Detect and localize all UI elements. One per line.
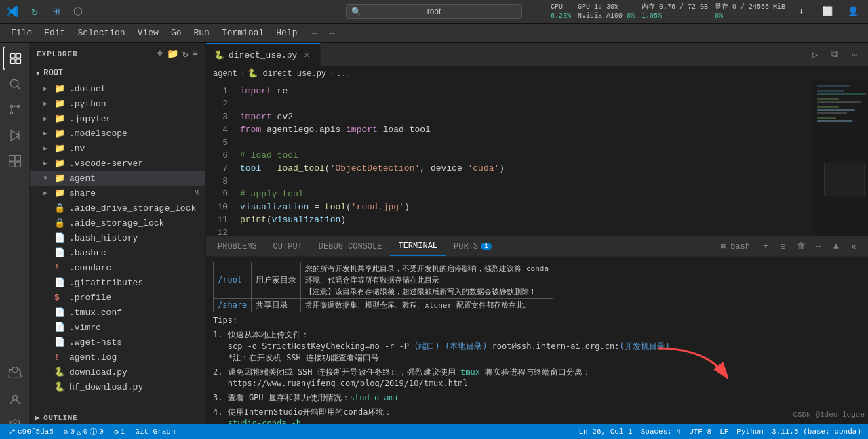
tree-item-agent[interactable]: ▼ 📁 agent <box>30 171 205 186</box>
status-spaces[interactable]: Spaces: 4 <box>641 427 681 436</box>
status-errors[interactable]: ⊘ 0 △ 0 ⓘ 0 <box>64 427 104 437</box>
language-label: Python <box>736 427 764 436</box>
menu-terminal[interactable]: Terminal <box>216 26 269 40</box>
gpu-pct: 0% <box>627 12 635 20</box>
maximize-button[interactable]: ⬜ <box>818 2 837 21</box>
nav-forward-button[interactable]: → <box>325 26 340 41</box>
tree-item-vimrc[interactable]: ▶ 📄 .vimrc <box>30 320 205 335</box>
bc-agent[interactable]: agent <box>213 69 237 79</box>
tree-item-nv[interactable]: ▶ 📁 .nv <box>30 141 205 156</box>
tree-item-tmux[interactable]: ▶ 📄 .tmux.conf <box>30 305 205 320</box>
menu-file[interactable]: File <box>5 26 37 40</box>
tree-item-agent-log[interactable]: ▶ ! agent.log <box>30 350 205 364</box>
actbar-extensions[interactable] <box>3 149 27 173</box>
tree-item-condarc[interactable]: ▶ ! .condarc <box>30 260 205 275</box>
bashrc-label: .bashrc <box>69 248 199 258</box>
nav-arrows: ← → <box>308 26 340 41</box>
titlebar-left: ↻ ⊞ ⬡ <box>5 4 85 19</box>
new-file-icon[interactable]: + <box>157 48 163 60</box>
menu-help[interactable]: Help <box>271 26 302 40</box>
terminal-panel: PROBLEMS OUTPUT DEBUG CONSOLE TERMINAL P… <box>206 236 868 439</box>
tab-direct-use-py[interactable]: 🐍 direct_use.py ✕ <box>206 43 321 66</box>
status-git-graph[interactable]: Git Graph <box>135 427 175 436</box>
minimize-button[interactable]: ⬇ <box>792 2 811 21</box>
mem-pct: 1.05% <box>642 12 708 20</box>
kill-terminal-button[interactable]: 🗑 <box>793 239 808 254</box>
nav-back-button[interactable]: ← <box>308 26 323 41</box>
tree-item-profile[interactable]: ▶ $ .profile <box>30 290 205 305</box>
terminal-content[interactable]: /root 用户家目录 您的所有开发机共享此目录，不受开发机的启停影响，强烈建议… <box>206 257 868 439</box>
root-folder[interactable]: ▾ ROOT <box>30 65 205 81</box>
menu-selection[interactable]: Selection <box>72 26 130 40</box>
collapse-icon[interactable]: ≡ <box>193 48 199 60</box>
tree-item-gitattributes[interactable]: ▶ 📄 .gitattributes <box>30 275 205 290</box>
tab-problems[interactable]: PROBLEMS <box>210 237 265 256</box>
tree-item-dotnet[interactable]: ▶ 📁 .dotnet <box>30 81 205 96</box>
terminal-more-button[interactable]: ⋯ <box>811 239 826 254</box>
terminal-maximize-button[interactable]: ▲ <box>829 239 844 254</box>
menu-edit[interactable]: Edit <box>39 26 71 40</box>
svg-marker-11 <box>11 131 19 141</box>
svg-rect-13 <box>9 156 14 161</box>
storage-stat: 显存 0 / 24566 MiB 0% <box>715 3 785 20</box>
tab-output[interactable]: OUTPUT <box>265 237 311 256</box>
tree-item-bashrc[interactable]: ▶ 📄 .bashrc <box>30 245 205 260</box>
actbar-explorer[interactable] <box>3 46 27 70</box>
actbar-testing[interactable] <box>3 360 27 384</box>
actbar-run[interactable] <box>3 123 27 148</box>
status-language[interactable]: Python <box>736 427 764 436</box>
terminal-icon[interactable]: ⬡ <box>71 4 85 19</box>
titlebar-right: CPU 6.23% GPU-1: 30% Nvidia A100 0% 内存 0… <box>551 2 863 21</box>
tab-terminal[interactable]: TERMINAL <box>390 237 446 256</box>
tree-item-jupyter[interactable]: ▶ 📁 .jupyter <box>30 111 205 126</box>
menu-view[interactable]: View <box>132 26 164 40</box>
status-eol[interactable]: LF <box>719 427 728 436</box>
tree-item-vscode-server[interactable]: ▶ 📁 .vscode-server <box>30 156 205 171</box>
download-py-label: download.py <box>69 367 199 377</box>
tree-item-wget-hsts[interactable]: ▶ 📄 .wget-hsts <box>30 335 205 350</box>
tree-item-hf-download-py[interactable]: ▶ 🐍 hf_download.py <box>30 379 205 394</box>
refresh-icon[interactable]: ↻ <box>182 48 189 60</box>
actbar-search[interactable] <box>3 72 27 96</box>
tree-item-aide-drive[interactable]: ▶ 🔒 .aide_drive_storage_lock <box>30 201 205 215</box>
tree-item-download-py[interactable]: ▶ 🐍 download.py <box>30 364 205 379</box>
menu-go[interactable]: Go <box>165 26 187 40</box>
sync-count: 1 <box>121 427 125 436</box>
code-content[interactable]: import re import cv2 from agentlego.apis… <box>233 81 814 236</box>
status-spinner[interactable]: ⚙ 1 <box>114 427 125 436</box>
sync-icon[interactable]: ↻ <box>27 4 42 19</box>
tree-item-bash-history[interactable]: ▶ 📄 .bash_history <box>30 230 205 245</box>
svg-point-8 <box>10 105 12 107</box>
share-label: share <box>69 188 191 198</box>
outline-section[interactable]: ▶ OUTLINE <box>30 411 205 425</box>
terminal-close-button[interactable]: ✕ <box>846 239 861 254</box>
run-file-button[interactable]: ▷ <box>807 46 823 62</box>
more-actions-button[interactable]: ⋯ <box>846 46 863 62</box>
tree-item-aide-storage[interactable]: ▶ 🔒 .aide_storage_lock <box>30 215 205 230</box>
search-input[interactable] <box>346 4 522 19</box>
user-icon[interactable]: 👤 <box>844 2 863 21</box>
split-terminal-button[interactable]: ⊟ <box>776 239 791 254</box>
git-icon: ⎇ <box>7 427 16 436</box>
status-branch[interactable]: ⎇ c90f5da5 <box>7 427 54 436</box>
bc-file[interactable]: 🐍 direct_use.py <box>248 68 326 79</box>
status-encoding[interactable]: UTF-8 <box>689 427 711 436</box>
tab-debug-console[interactable]: DEBUG CONSOLE <box>311 237 391 256</box>
status-interpreter[interactable]: 3.11.5 (base: conda) <box>772 427 861 436</box>
tab-close-button[interactable]: ✕ <box>301 49 312 60</box>
new-terminal-button[interactable]: + <box>758 239 773 254</box>
code-line-1: import re <box>240 85 807 98</box>
actbar-account[interactable] <box>3 388 27 412</box>
new-folder-icon[interactable]: 📁 <box>167 48 179 60</box>
bc-more[interactable]: ... <box>336 69 351 79</box>
tree-item-share[interactable]: ▶ 📁 share M <box>30 186 205 201</box>
status-cursor[interactable]: Ln 26, Col 1 <box>579 427 633 436</box>
actbar-source-control[interactable] <box>3 98 27 122</box>
tab-ports[interactable]: PORTS 1 <box>446 237 500 256</box>
tree-item-modelscope[interactable]: ▶ 📁 .modelscope <box>30 126 205 141</box>
tree-item-python[interactable]: ▶ 📁 .python <box>30 96 205 111</box>
menu-run[interactable]: Run <box>188 26 214 40</box>
explorer-icon[interactable]: ⊞ <box>49 4 64 19</box>
code-editor[interactable]: 1 2 3 4 5 6 7 8 9 10 11 12 13 14 import … <box>206 81 868 236</box>
split-editor-button[interactable]: ⧉ <box>827 46 843 62</box>
